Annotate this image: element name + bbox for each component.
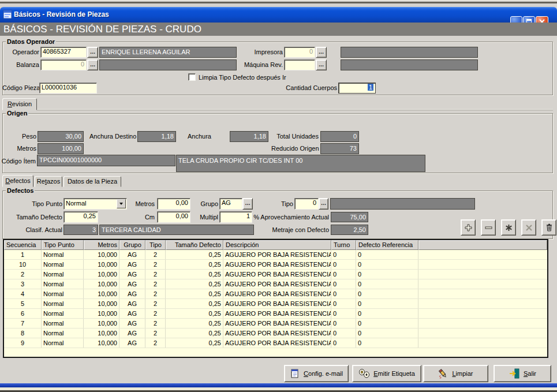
grid-cell: AG [119,279,145,289]
grid-cell: 0 [331,260,356,269]
grid-row[interactable]: 10Normal10,000AG20,25AGUJERO POR BAJA RE… [4,260,547,270]
grid-row[interactable]: 4Normal10,000AG20,25AGUJERO POR BAJA RES… [4,289,547,299]
defectos-legend: Defectos [6,187,35,195]
cm-input[interactable]: 0,00 [157,211,190,223]
balanza-value: 0 [81,61,84,68]
grid-cell: 0 [331,289,356,298]
grid-cell: AGUJERO POR BAJA RESISTENCIA [223,279,331,289]
grid-cell: Normal [42,250,84,259]
grid-cell: AGUJERO POR BAJA RESISTENCIA [223,309,331,318]
grid-cell: 0,25 [166,250,223,259]
grid-cell: AG [119,299,145,308]
metros-defecto-input[interactable]: 0,00 [157,198,190,210]
grid-cell: 10,000 [84,279,119,289]
impresora-input[interactable]: 0 [284,47,315,58]
tipo-browse-button[interactable]: ... [319,198,328,210]
operador-input[interactable]: 40865327 [40,47,87,58]
grid-cell: 2 [4,270,42,279]
grid-cell-filler [418,338,547,348]
codigo-pieza-input[interactable]: L000001036 [39,83,97,94]
grid-cell: 0 [356,328,418,338]
add-row-button[interactable] [461,219,476,236]
grid-cell: AGUJERO POR BAJA RESISTENCIA [223,338,331,348]
delete-row-button[interactable] [541,219,556,236]
grid-row[interactable]: 5Normal10,000AG20,25AGUJERO POR BAJA RES… [4,299,547,309]
tamano-defecto-input[interactable]: 0,25 [63,211,98,223]
x-icon [525,224,533,232]
anchura-destino-display: 1,18 [137,131,176,142]
maquina-rev-label: Máquina Rev. [241,61,283,69]
codigo-item-desc-display: TELA CRUDA PROPIO CIR TC/DES INT 00 [176,155,425,172]
grid-cell: Normal [42,319,84,328]
metraje-defecto-display: 2,50 [331,225,368,235]
grid-row[interactable]: 7Normal10,000AG20,25AGUJERO POR BAJA RES… [4,319,547,328]
balanza-browse-button[interactable]: ... [87,59,98,70]
grid-row[interactable]: 2Normal10,000AG20,25AGUJERO POR BAJA RES… [4,270,547,279]
email-config-icon [290,368,300,379]
grid-cell-filler [418,289,547,298]
grid-cell: 2 [145,299,166,308]
total-unidades-display: 0 [320,131,359,142]
grid-cell: 10 [4,260,42,269]
salir-label: Salir [524,370,536,377]
grid-row[interactable]: 3Normal10,000AG20,25AGUJERO POR BAJA RES… [4,279,547,289]
grid-cell-filler [418,319,547,328]
cancel-row-button[interactable] [521,219,536,236]
grid-cell-filler [418,328,547,338]
edit-row-button[interactable] [501,219,516,236]
page-title: BÁSICOS - REVISIÓN DE PIEZAS - CRUDO [3,24,201,35]
tipo-input[interactable]: 0 [294,198,319,210]
reducido-origen-display: 73 [320,143,359,154]
impresora-label: Impresora [247,48,283,56]
grid-column-header: Tamaño Defecto [166,240,223,250]
tab-defectos[interactable]: Defectos [2,175,33,187]
limpia-tipo-defecto-checkbox[interactable] [188,73,196,81]
grid-cell: 0 [331,270,356,279]
grid-cell: 2 [145,319,166,328]
remove-row-button[interactable] [481,219,496,236]
datos-operador-legend: Datos Operador [6,38,56,46]
grid-body: 1Normal10,000AG20,25AGUJERO POR BAJA RES… [4,250,547,348]
tipo-punto-dropdown-button[interactable] [117,199,126,208]
title-bar: Básicos - Revisión de Piezas [0,7,557,23]
tab-datos-de-la-pieza[interactable]: Datos de la Pieza [63,176,121,187]
maquina-rev-input[interactable] [284,59,315,70]
grid-row[interactable]: 6Normal10,000AG20,25AGUJERO POR BAJA RES… [4,309,547,319]
grid-column-header: Defecto Referencia [356,240,418,250]
grid-cell: 0 [356,319,418,328]
balanza-label: Balanza [6,61,39,69]
tamano-defecto-label: Tamaño Defecto [15,214,62,221]
tab-revision[interactable]: Revision [2,98,37,110]
cantidad-cuerpos-input[interactable]: 1 [338,83,376,94]
grid-cell: 0,25 [166,338,223,348]
grid-row[interactable]: 8Normal10,000AG20,25AGUJERO POR BAJA RES… [4,328,547,338]
grid-cell: Normal [42,289,84,298]
balanza-input[interactable]: 0 [40,59,87,70]
impresora-browse-button[interactable]: ... [316,47,327,58]
grid-cell: 10,000 [84,299,119,308]
grid-cell: 0,25 [166,299,223,308]
limpiar-button[interactable]: Limpiar [423,365,488,382]
grupo-browse-button[interactable]: ... [242,198,253,210]
grid-cell: AG [119,260,145,269]
grid-cell: 8 [4,328,42,338]
maquina-rev-browse-button[interactable]: ... [316,59,327,70]
peso-display: 30,00 [38,131,84,142]
grid-row[interactable]: 1Normal10,000AG20,25AGUJERO POR BAJA RES… [4,250,547,260]
grid-cell: AGUJERO POR BAJA RESISTENCIA [223,319,331,328]
grid-cell: 10,000 [84,270,119,279]
grupo-input[interactable]: AG [219,198,242,210]
salir-button[interactable]: Salir [494,365,551,382]
cantidad-cuerpos-label: Cantidad Cuerpos [285,84,337,92]
operador-browse-button[interactable]: ... [87,47,98,58]
multipl-input[interactable]: 1 [219,211,252,223]
config-email-button[interactable]: Config. e-mail [284,365,349,382]
chevron-down-icon [119,203,123,205]
grid-row[interactable]: 9Normal10,000AG20,25AGUJERO POR BAJA RES… [4,338,547,348]
grid-cell: 2 [145,338,166,348]
grid-cell-filler [418,250,547,259]
tab-retazos[interactable]: Retazos [35,176,62,187]
window-title: Básicos - Revisión de Piezas [14,10,109,18]
emitir-etiqueta-button[interactable]: Emitir Etiqueta [352,365,421,382]
tipo-punto-combo[interactable]: Normal [63,198,127,210]
